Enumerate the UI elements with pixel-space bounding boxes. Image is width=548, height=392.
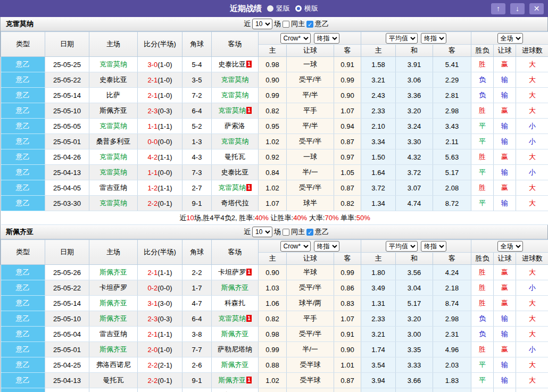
layout-horizontal-radio[interactable]: 横版 [295,4,318,13]
team-name-text: 克雷莫纳 [221,137,249,145]
handicap-result-cell: 输 [494,357,516,373]
sub-header-avg-home: 主 [361,45,396,57]
avg-draw-cell: 3.50 [396,388,433,392]
avg-home-cell: 1.78 [361,388,396,392]
fulltime-score: 2-0 [147,346,157,354]
corner-cell: 3-3 [182,388,212,392]
avg-home-cell: 3.21 [361,327,396,342]
odds-away-cell: 1.07 [334,103,361,119]
check-icon: ✓ [308,229,312,236]
halftime-score: (0-0) [157,284,172,292]
odds-away-cell: 0.99 [334,265,361,280]
fulltime-score: 2-1 [147,91,157,99]
check-icon: ✓ [308,21,312,28]
table-row: 意乙25-05-10斯佩齐亚2-3(0-3)6-4克雷莫纳10.82平手1.07… [1,103,548,119]
result-cell: 负 [471,311,494,327]
odds-home-cell: 0.95 [259,119,287,134]
odds-stage-select[interactable]: 终指 [314,33,339,44]
goals-result-cell: 大 [516,103,548,119]
league-filter-checkbox[interactable]: ✓ [306,229,313,236]
handicap-result-cell: 输 [494,134,516,149]
odds-handicap-cell: 受平/半 [287,280,334,296]
date-cell: 25-05-01 [45,342,89,357]
table-row: 意乙25-03-30克雷莫纳2-2(0-1)9-1奇塔代拉1.07球半0.821… [1,196,548,211]
odds-away-cell: 0.87 [334,134,361,149]
handicap-result-cell: 赢 [494,180,516,196]
league-filter-label: 意乙 [315,19,329,29]
odds-handicap-cell: 平手 [287,311,334,327]
date-cell: 25-03-30 [45,196,89,211]
col-header-date: 日期 [45,240,89,265]
avg-home-cell: 1.31 [361,296,396,311]
date-cell: 25-04-25 [45,357,89,373]
table-row: 意乙25-05-25克雷莫纳3-0(1-0)5-4史泰比亚10.98一球0.91… [1,57,548,72]
halftime-score: (0-0) [157,138,172,146]
league-cell: 意乙 [1,88,45,103]
average-stage-select[interactable]: 终指 [421,241,446,252]
close-icon: ✕ [534,4,540,13]
avg-away-cell: 2.29 [433,72,471,88]
odds-company-select[interactable]: Crow* [280,241,311,252]
handicap-result-cell: 输 [494,311,516,327]
same-home-checkbox[interactable] [283,21,289,28]
odds-handicap-cell: 受平/半 [287,134,334,149]
corner-cell: 5-4 [182,57,212,72]
corner-cell: 9-1 [182,373,212,388]
away-team-cell: 斯佩齐亚1 [212,373,259,388]
sub-header-odds-home: 主 [259,45,287,57]
team-name-text: 克雷莫纳 [99,199,127,207]
avg-draw-cell: 3.00 [396,327,433,342]
halftime-score: (0-0) [157,169,172,177]
team-name-text: 斯佩齐亚 [218,376,246,384]
score-cell: 1-1(0-0) [138,165,182,180]
away-team-cell: 桑普多利亚 [212,388,259,392]
average-stage-select[interactable]: 终指 [421,33,446,44]
away-team-cell: 奇塔代拉 [212,196,259,211]
odds-company-select[interactable]: Crow* [280,33,311,44]
away-team-cell: 斯佩齐亚 [212,327,259,342]
col-header-score: 比分(半场) [138,240,182,265]
scroll-up-button[interactable]: ↑ [491,3,505,14]
avg-draw-cell: 3.72 [396,165,433,180]
col-header-type: 类型 [1,32,45,57]
section-spezia: 斯佩齐亚 近 10 场 同主 ✓ 意乙 类型 日期 主场 [1,225,547,392]
avg-away-cell: 5.41 [433,57,471,72]
date-cell: 25-05-05 [45,119,89,134]
handicap-result-cell: 赢 [494,296,516,311]
layout-vertical-label: 竖版 [276,4,290,13]
sub-header-avg-away: 客 [433,45,471,57]
halftime-score: (0-3) [157,315,172,323]
average-type-select[interactable]: 平均值 [386,33,418,44]
odds-stage-select[interactable]: 终指 [314,241,339,252]
yellow-card-badge: 1 [246,61,252,68]
fullmatch-select[interactable]: 全场 [497,241,523,252]
close-button[interactable]: ✕ [529,3,544,14]
same-home-checkbox[interactable] [283,229,289,236]
sub-header-avg-home: 主 [361,253,396,265]
home-team-cell: 桑普多利亚 [89,134,138,149]
scroll-down-button[interactable]: ↓ [510,3,525,14]
odds-home-cell: 0.92 [259,149,287,165]
avg-draw-cell: 3.07 [396,180,433,196]
corner-cell: 4-7 [182,296,212,311]
recent-count-select[interactable]: 10 [252,227,272,237]
score-cell: 0-0(0-0) [138,134,182,149]
league-filter-checkbox[interactable]: ✓ [306,21,313,28]
home-team-cell: 1斯佩齐亚 [89,388,138,392]
result-cell: 胜 [471,280,494,296]
league-cell: 意乙 [1,149,45,165]
result-cell: 平 [471,165,494,180]
odds-away-cell: 0.91 [334,327,361,342]
goals-result-cell: 大 [516,296,548,311]
home-team-cell: 弗洛西诺尼 [89,357,138,373]
fullmatch-select[interactable]: 全场 [497,33,523,44]
away-team-cell: 史泰比亚1 [212,57,259,72]
yellow-card-badge: 1 [246,184,252,191]
average-type-select[interactable]: 平均值 [386,241,418,252]
avg-draw-cell: 4.74 [396,196,433,211]
layout-vertical-radio[interactable]: 竖版 [267,4,290,13]
handicap-result-cell: 赢 [494,280,516,296]
corner-cell: 7-7 [182,342,212,357]
recent-count-select[interactable]: 10 [252,19,272,29]
summary-text: 70% [325,214,338,222]
